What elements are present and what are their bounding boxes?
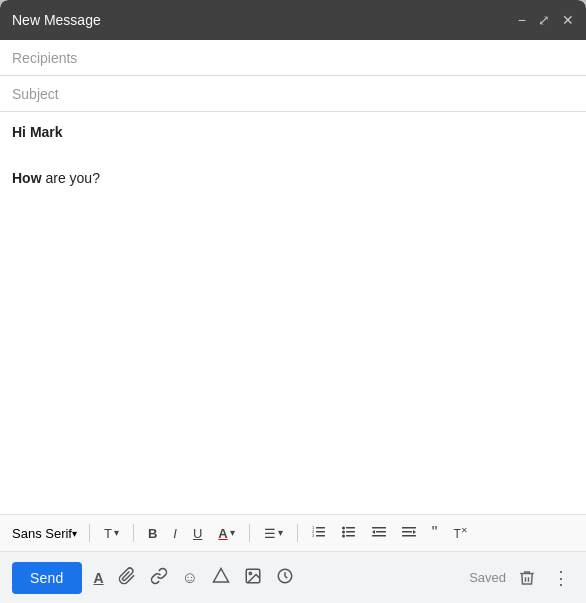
compose-title: New Message: [12, 12, 101, 28]
formatting-icon: A: [94, 570, 104, 586]
indent-decrease-btn[interactable]: [366, 521, 392, 545]
svg-point-22: [249, 572, 251, 574]
svg-rect-17: [402, 531, 412, 533]
saved-label: Saved: [469, 570, 506, 585]
indent-increase-btn[interactable]: [396, 521, 422, 545]
trash-btn[interactable]: [514, 565, 540, 591]
bullet-list-icon: [342, 525, 356, 541]
text-color-label: A: [218, 527, 227, 540]
numbered-list-icon: 1 2 3: [312, 525, 326, 541]
body-greeting: Hi Mark: [12, 122, 574, 143]
clear-format-label: T✕: [453, 527, 467, 540]
svg-text:3: 3: [312, 533, 315, 538]
title-bar: New Message − ⤢ ✕: [0, 0, 586, 40]
text-color-btn[interactable]: A ▾: [212, 523, 240, 544]
svg-rect-0: [316, 527, 325, 529]
svg-rect-1: [316, 531, 325, 533]
indent-decrease-icon: [372, 525, 386, 541]
insert-link-btn[interactable]: [146, 563, 172, 593]
font-size-btn[interactable]: T ▾: [98, 523, 125, 544]
expand-icon[interactable]: ⤢: [538, 13, 550, 27]
toolbar-divider-2: [133, 524, 134, 542]
svg-rect-9: [346, 531, 355, 533]
svg-rect-12: [372, 527, 386, 529]
svg-rect-11: [346, 535, 355, 537]
bullet-list-btn[interactable]: [336, 521, 362, 545]
formatting-toolbar: Sans Serif ▾ T ▾ B I U A ▾ ☰: [0, 514, 586, 551]
schedule-btn[interactable]: [272, 563, 298, 593]
toolbar-divider-4: [297, 524, 298, 542]
font-size-icon: T: [104, 527, 112, 540]
link-icon: [150, 567, 168, 589]
compose-window: New Message − ⤢ ✕ Hi Mark How are you? S…: [0, 0, 586, 603]
svg-point-10: [342, 535, 345, 538]
text-color-chevron: ▾: [230, 528, 235, 538]
font-family-select[interactable]: Sans Serif ▾: [8, 524, 81, 543]
font-size-chevron: ▾: [114, 528, 119, 538]
svg-point-6: [342, 527, 345, 530]
svg-rect-13: [376, 531, 386, 533]
photo-btn[interactable]: [240, 563, 266, 593]
body-text: How are you?: [12, 168, 574, 189]
title-bar-controls: − ⤢ ✕: [518, 13, 574, 27]
photo-icon: [244, 567, 262, 589]
svg-rect-18: [402, 535, 416, 537]
font-family-label: Sans Serif: [12, 526, 72, 541]
schedule-icon: [276, 567, 294, 589]
underline-btn[interactable]: U: [187, 523, 208, 544]
svg-rect-2: [316, 535, 325, 537]
attach-btn[interactable]: [114, 563, 140, 593]
indent-increase-icon: [402, 525, 416, 541]
align-chevron: ▾: [278, 528, 283, 538]
svg-rect-14: [372, 535, 386, 537]
emoji-icon: ☺: [182, 569, 198, 587]
more-options-btn[interactable]: ⋮: [548, 563, 574, 593]
bold-label: B: [148, 527, 157, 540]
quote-btn[interactable]: ": [426, 521, 444, 545]
bottom-bar: Send A: [0, 551, 586, 603]
toolbar-divider-3: [249, 524, 250, 542]
formatting-toggle-btn[interactable]: A: [90, 566, 108, 590]
recipients-row: [0, 40, 586, 76]
more-options-icon: ⋮: [552, 567, 570, 589]
italic-label: I: [173, 527, 177, 540]
align-icon: ☰: [264, 527, 276, 540]
underline-label: U: [193, 527, 202, 540]
svg-marker-19: [413, 530, 416, 534]
body-area[interactable]: Hi Mark How are you?: [0, 112, 586, 514]
font-family-chevron: ▾: [72, 528, 77, 539]
italic-btn[interactable]: I: [167, 523, 183, 544]
bold-btn[interactable]: B: [142, 523, 163, 544]
subject-row: [0, 76, 586, 112]
recipients-input[interactable]: [12, 50, 574, 66]
bottom-icons: A ☺: [90, 563, 462, 593]
saved-area: Saved ⋮: [469, 563, 574, 593]
clear-format-btn[interactable]: T✕: [447, 523, 473, 544]
attach-icon: [118, 567, 136, 589]
toolbar-divider-1: [89, 524, 90, 542]
svg-marker-20: [213, 568, 228, 582]
send-button[interactable]: Send: [12, 562, 82, 594]
close-icon[interactable]: ✕: [562, 13, 574, 27]
svg-rect-16: [402, 527, 416, 529]
align-btn[interactable]: ☰ ▾: [258, 523, 289, 544]
svg-point-8: [342, 531, 345, 534]
quote-icon: ": [432, 525, 438, 541]
subject-input[interactable]: [12, 86, 574, 102]
emoji-btn[interactable]: ☺: [178, 565, 202, 591]
svg-rect-7: [346, 527, 355, 529]
minimize-icon[interactable]: −: [518, 13, 526, 27]
drive-btn[interactable]: [208, 563, 234, 593]
svg-marker-15: [372, 530, 375, 534]
drive-icon: [212, 567, 230, 589]
numbered-list-btn[interactable]: 1 2 3: [306, 521, 332, 545]
